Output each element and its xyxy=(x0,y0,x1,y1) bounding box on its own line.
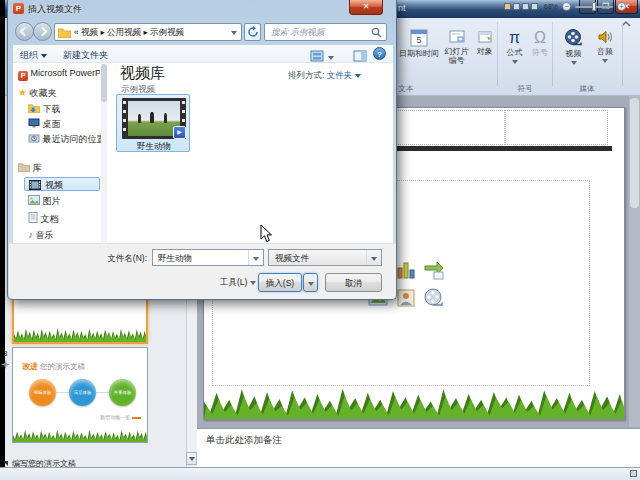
bird-silhouette xyxy=(150,112,154,123)
dropdown-arrow-icon xyxy=(250,281,256,285)
insert-smartart-icon[interactable] xyxy=(422,258,446,282)
speaker-icon xyxy=(596,28,614,46)
sidebar-item-downloads[interactable]: 下载 xyxy=(28,103,61,116)
organize-menu[interactable]: 组织 xyxy=(20,49,47,62)
pi-icon: π xyxy=(501,28,528,48)
filename-label: 文件名(N): xyxy=(63,253,147,265)
star-icon: ★ xyxy=(18,87,27,98)
symbol-button[interactable]: Ω 符号 xyxy=(528,28,552,57)
ribbon-group-separator xyxy=(497,22,498,86)
file-name-label: 野生动物 xyxy=(117,141,191,153)
status-bar xyxy=(0,467,640,480)
slide3-circle-orange: 编辑体验 xyxy=(29,379,56,406)
orange-dash xyxy=(132,417,141,419)
audio-button[interactable]: 音频 xyxy=(591,28,619,65)
header-placeholder[interactable] xyxy=(505,110,608,145)
zoom-out-button[interactable]: − xyxy=(562,2,571,11)
normal-view-icon[interactable] xyxy=(504,3,511,10)
object-button[interactable]: 对象 xyxy=(472,28,497,56)
sidebar-item-powerpoint[interactable]: P Microsoft PowerP xyxy=(18,68,100,81)
insert-chart-icon[interactable] xyxy=(394,258,418,282)
refresh-button[interactable] xyxy=(244,23,261,41)
sidebar-item-pictures[interactable]: 图片 xyxy=(28,195,61,208)
sidebar-item-desktop[interactable]: 桌面 xyxy=(28,118,61,131)
dropdown-arrow-icon xyxy=(41,54,47,58)
grass-image xyxy=(13,428,147,442)
dialog-body xyxy=(13,63,393,243)
sidebar-scrollbar-thumb[interactable] xyxy=(101,64,107,102)
sidebar-item-documents[interactable]: 文档 xyxy=(28,212,59,226)
sidebar-item-music[interactable]: ♪ 音乐 xyxy=(28,229,54,242)
screen: nt – ❐ ✕ 5 日期和时间 幻灯片 编号 对象 π 公式 xyxy=(0,0,640,480)
videos-icon xyxy=(29,180,41,190)
insert-clipart-icon[interactable] xyxy=(394,286,418,310)
dialog-close-button[interactable]: ✕ xyxy=(349,0,383,15)
slide3-circle-blue: 演示体验 xyxy=(69,379,96,406)
notes-placeholder[interactable]: 单击此处添加备注 xyxy=(206,434,282,447)
insert-video-dialog: P 插入视频文件 ✕ « 视频 ▸ 公用视频 ▸ 示例视频 搜索 示例视频 xyxy=(7,0,397,300)
video-button[interactable]: 视频 xyxy=(558,28,589,67)
dialog-title: 插入视频文件 xyxy=(28,3,82,16)
slide-number-button[interactable]: 幻灯片 编号 xyxy=(441,28,472,65)
arrange-by[interactable]: 排列方式: 文件夹 xyxy=(288,70,361,82)
slideshow-view-icon[interactable] xyxy=(531,3,538,10)
animation-star-icon[interactable] xyxy=(1,360,10,369)
scroll-down-button[interactable] xyxy=(186,452,197,465)
slide-thumbnail-3[interactable]: 改进 您的演示文稿 编辑体验 演示体验 共享体验 新增功能一览 xyxy=(12,347,148,443)
pictures-icon xyxy=(28,195,40,205)
arrange-value[interactable]: 文件夹 xyxy=(327,70,353,80)
combo-arrow[interactable] xyxy=(366,250,381,265)
insert-button[interactable]: 插入(S) xyxy=(258,273,302,292)
filename-input[interactable]: 野生动物 xyxy=(152,249,264,266)
forward-button[interactable] xyxy=(33,22,52,41)
editor-scrollbar-thumb[interactable] xyxy=(630,98,639,208)
equation-button[interactable]: π 公式 xyxy=(501,28,528,66)
triangle-down-icon xyxy=(189,457,195,461)
file-item-wildlife[interactable]: ▶ 野生动物 xyxy=(116,94,190,152)
zoom-slider-thumb[interactable] xyxy=(592,2,596,11)
ribbon-group-symbols: 符号 xyxy=(510,84,540,94)
tools-menu[interactable]: 工具(L) xyxy=(220,277,256,289)
object-icon xyxy=(476,28,494,46)
sidebar-item-favorites[interactable]: ★ 收藏夹 xyxy=(18,87,56,100)
section-collapse-icon[interactable] xyxy=(3,461,8,466)
zoom-in-button[interactable]: + xyxy=(617,2,626,11)
desktop-icon xyxy=(28,118,40,128)
downloads-folder-icon xyxy=(28,103,40,113)
slide-number-icon xyxy=(448,28,466,46)
filetype-select[interactable]: 视频文件 xyxy=(268,249,382,266)
sidebar-item-recent[interactable]: 最近访问的位置 xyxy=(28,133,106,146)
breadcrumb-path[interactable]: « 视频 ▸ 公用视频 ▸ 示例视频 xyxy=(74,27,184,39)
search-placeholder[interactable]: 搜索 示例视频 xyxy=(271,27,324,39)
combo-arrow[interactable] xyxy=(248,250,263,265)
recent-places-icon xyxy=(28,133,40,143)
slide3-circle-green: 共享体验 xyxy=(109,379,136,406)
dropdown-arrow-icon xyxy=(512,60,518,64)
fit-window-icon[interactable] xyxy=(630,470,637,477)
breadcrumb-dropdown-icon[interactable] xyxy=(231,31,237,35)
help-button[interactable]: ? xyxy=(373,47,386,60)
sidebar-item-libraries[interactable]: 库 xyxy=(18,162,42,175)
reading-view-icon[interactable] xyxy=(522,3,529,10)
new-folder-button[interactable]: 新建文件夹 xyxy=(63,49,108,62)
insert-split-arrow[interactable] xyxy=(303,273,318,292)
slide-number-label: 3 xyxy=(3,349,7,358)
breadcrumb[interactable]: « 视频 ▸ 公用视频 ▸ 示例视频 xyxy=(54,23,242,41)
mouse-cursor xyxy=(260,224,273,243)
back-button[interactable] xyxy=(15,22,34,41)
video-thumbnail: ▶ xyxy=(122,98,186,139)
refresh-icon xyxy=(247,26,259,38)
libraries-icon xyxy=(18,162,30,172)
grass-image xyxy=(204,384,624,419)
search-icon xyxy=(371,27,382,38)
insert-media-icon[interactable] xyxy=(422,286,446,310)
calendar-icon: 5 xyxy=(409,28,429,48)
forward-arrow-icon xyxy=(38,27,48,37)
slide3-footnote: 新增功能一览 xyxy=(100,414,141,420)
slide-sorter-view-icon[interactable] xyxy=(513,3,520,10)
cancel-button[interactable]: 取消 xyxy=(325,273,382,292)
slide3-title: 改进 您的演示文稿 xyxy=(22,355,85,373)
date-time-button[interactable]: 5 日期和时间 xyxy=(398,28,440,58)
search-box[interactable]: 搜索 示例视频 xyxy=(264,23,387,41)
sidebar-item-videos[interactable]: 视频 xyxy=(24,177,100,191)
